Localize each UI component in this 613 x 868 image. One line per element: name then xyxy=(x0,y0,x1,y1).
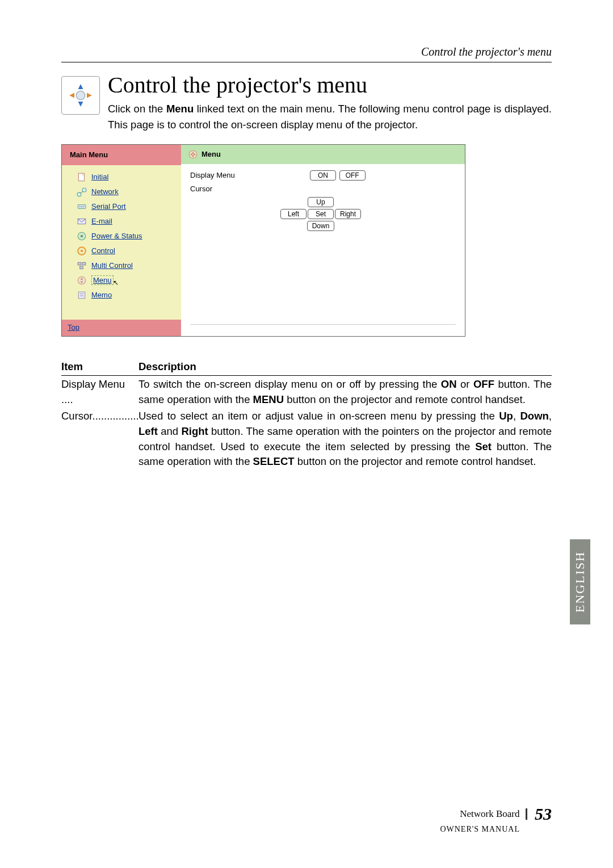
svg-point-12 xyxy=(81,206,82,207)
svg-marker-4 xyxy=(87,93,92,98)
sidebar-list: Initial Network Serial Port E-mail xyxy=(62,165,181,320)
t: Down xyxy=(520,410,549,422)
menu-screenshot: Main Menu Initial Network Serial Port xyxy=(61,144,465,337)
sidebar-item-memo[interactable]: Memo xyxy=(62,288,181,303)
sidebar-link[interactable]: Multi Control xyxy=(91,261,133,270)
menu-header-icon xyxy=(188,149,198,160)
footer-subtitle: OWNER'S MANUAL xyxy=(440,825,552,834)
svg-marker-2 xyxy=(78,102,83,107)
t: Used to select an item or adjust value i… xyxy=(138,410,499,422)
up-button[interactable]: Up xyxy=(308,197,334,207)
main-menu-header: Main Menu xyxy=(62,145,181,165)
sidebar-item-serial[interactable]: Serial Port xyxy=(62,199,181,214)
down-button[interactable]: Down xyxy=(307,221,335,231)
left-button[interactable]: Left xyxy=(280,209,306,219)
sidebar-item-initial[interactable]: Initial xyxy=(62,170,181,184)
t: ON xyxy=(441,378,457,390)
row-dots: ................ xyxy=(93,410,139,422)
th-desc: Description xyxy=(138,359,196,375)
t: Set xyxy=(475,441,492,452)
right-button[interactable]: Right xyxy=(335,209,361,219)
top-link-area: Top xyxy=(62,320,181,336)
svg-rect-19 xyxy=(78,262,81,265)
row-item-label: Cursor xyxy=(61,410,93,422)
page-footer: Network Board 53 OWNER'S MANUAL xyxy=(440,804,552,834)
sidebar-panel: Main Menu Initial Network Serial Port xyxy=(62,145,181,336)
email-icon xyxy=(77,216,87,227)
top-link[interactable]: Top xyxy=(68,323,79,332)
svg-rect-21 xyxy=(80,266,83,269)
sidebar-link[interactable]: E-mail xyxy=(91,217,112,225)
th-item: Item xyxy=(61,359,138,375)
svg-point-13 xyxy=(83,206,84,207)
svg-point-11 xyxy=(79,206,81,207)
intro-pre: Click on the xyxy=(108,103,166,115)
section-icon xyxy=(61,76,100,115)
svg-rect-25 xyxy=(78,292,85,298)
table-row: Cursor................ Used to select an… xyxy=(61,409,552,469)
running-header: Control the projector's menu xyxy=(61,45,552,58)
page-title: Control the projector's menu xyxy=(61,73,552,98)
off-button[interactable]: OFF xyxy=(339,170,366,181)
intro-paragraph: Click on the Menu linked text on the mai… xyxy=(61,101,552,133)
content-header-label: Menu xyxy=(201,150,221,158)
content-header: Menu xyxy=(181,145,465,164)
svg-rect-20 xyxy=(82,262,86,265)
t: SELECT xyxy=(253,455,295,467)
row-dots: .... xyxy=(61,393,73,405)
svg-marker-1 xyxy=(78,84,83,89)
svg-marker-3 xyxy=(69,93,74,98)
description-table: Item Description Display Menu .... To sw… xyxy=(61,359,552,470)
sidebar-link[interactable]: Serial Port xyxy=(91,202,126,211)
network-icon xyxy=(77,187,87,197)
t: OFF xyxy=(473,378,494,390)
sidebar-item-email[interactable]: E-mail xyxy=(62,214,181,229)
t: , xyxy=(513,410,520,422)
table-row: Display Menu .... To switch the on-scree… xyxy=(61,377,552,408)
cursor-label: Cursor xyxy=(190,184,281,193)
control-icon xyxy=(77,246,87,256)
sidebar-link[interactable]: Network xyxy=(91,187,119,196)
row-desc: To switch the on-screen display menu on … xyxy=(138,377,552,408)
sidebar-link[interactable]: Initial xyxy=(91,173,108,181)
on-button[interactable]: ON xyxy=(310,170,336,181)
memo-icon xyxy=(77,290,87,300)
content-separator xyxy=(190,324,456,325)
serial-port-icon xyxy=(77,202,87,212)
t: and xyxy=(158,425,181,437)
row-desc: Used to select an item or adjust value i… xyxy=(138,409,552,469)
sidebar-item-menu[interactable]: Menu ↖ xyxy=(62,273,181,288)
footer-section: Network Board xyxy=(460,808,527,820)
sidebar-item-power[interactable]: Power & Status xyxy=(62,229,181,244)
language-tab: ENGLISH xyxy=(570,539,590,624)
svg-point-0 xyxy=(76,91,85,99)
sidebar-link[interactable]: Control xyxy=(91,246,115,255)
row-item-label: Display Menu xyxy=(61,378,125,390)
t: Right xyxy=(181,425,208,437)
intro-bold: Menu xyxy=(166,103,194,115)
t: button on the projector and remote contr… xyxy=(284,393,526,405)
sidebar-link[interactable]: Memo xyxy=(91,291,112,299)
sidebar-link-active[interactable]: Menu xyxy=(91,275,114,285)
power-icon xyxy=(77,231,87,241)
sidebar-link[interactable]: Power & Status xyxy=(91,232,142,240)
sidebar-item-control[interactable]: Control xyxy=(62,244,181,258)
sidebar-item-network[interactable]: Network xyxy=(62,184,181,199)
doc-icon xyxy=(77,172,87,182)
set-button[interactable]: Set xyxy=(308,209,334,219)
t: Up xyxy=(499,410,513,422)
multi-control-icon xyxy=(77,261,87,271)
t: MENU xyxy=(253,393,284,405)
display-menu-label: Display Menu xyxy=(190,171,281,179)
svg-point-18 xyxy=(81,249,83,252)
page-number: 53 xyxy=(529,804,552,824)
svg-line-9 xyxy=(81,191,83,192)
t: To switch the on-screen display menu on … xyxy=(138,378,441,390)
sidebar-item-multi[interactable]: Multi Control xyxy=(62,258,181,273)
content-body: Display Menu ON OFF Cursor Up LeftSetRig… xyxy=(181,164,465,256)
t: or xyxy=(457,378,473,390)
svg-point-16 xyxy=(81,234,83,237)
cursor-pointer-icon: ↖ xyxy=(113,279,119,287)
menu-icon xyxy=(77,275,87,286)
header-rule xyxy=(61,62,552,62)
